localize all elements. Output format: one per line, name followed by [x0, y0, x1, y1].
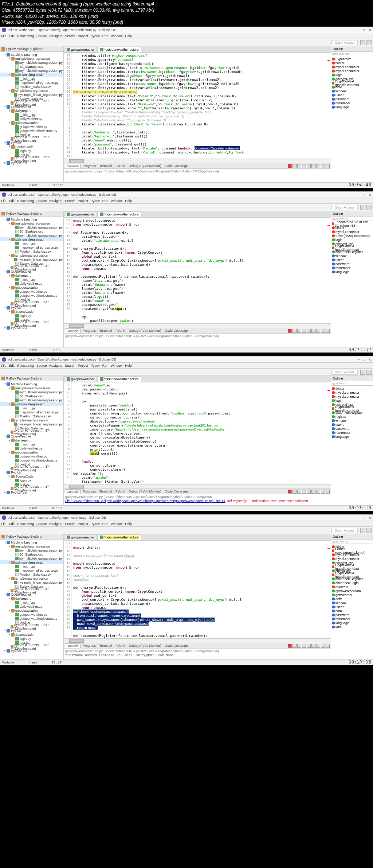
console-tool-icon[interactable] [307, 490, 311, 494]
menu-refactoring[interactable]: Refactoring [17, 199, 34, 203]
menu-search[interactable]: Search [65, 199, 75, 203]
quick-access[interactable]: Quick Access [331, 370, 358, 375]
maximize-icon[interactable]: □ [363, 28, 365, 32]
outline-filter[interactable]: type filter text [331, 381, 373, 386]
menu-edit[interactable]: Edit [9, 199, 15, 203]
quick-access[interactable]: Quick Access [331, 40, 358, 45]
menu-window[interactable]: Window [111, 34, 122, 38]
outline-item[interactable]: requests [332, 585, 372, 589]
tree-item[interactable]: 50_Startups.csv [0, 65, 63, 69]
menu-pydev[interactable]: Pydev [91, 364, 100, 367]
outline-item[interactable]: mysql.connector [332, 390, 372, 394]
console-tab[interactable]: Progress [81, 164, 97, 168]
scroll-thumb[interactable] [69, 485, 84, 489]
console-tool-icon[interactable] [297, 164, 301, 168]
console-tool-icon[interactable] [297, 644, 301, 648]
outline-item[interactable]: password [332, 97, 372, 101]
menu-help[interactable]: Help [125, 34, 132, 38]
tree-item[interactable]: guiopenweather.py [0, 125, 63, 129]
close-icon[interactable]: ✕ [368, 28, 371, 32]
tree-item[interactable]: dailyweather.py [0, 604, 63, 608]
console-tool-icon[interactable] [326, 329, 330, 333]
outline-item[interactable]: mysql.connector [332, 394, 372, 398]
outline-item[interactable]: CryptContext (passlib.context) [332, 565, 372, 569]
console-tab[interactable]: Console [65, 328, 81, 333]
menu-navigate[interactable]: Navigate [50, 522, 63, 526]
tree-item[interactable]: Position_Salaries.csv [0, 249, 63, 253]
tree-item[interactable]: ▾SourceCode [0, 474, 63, 478]
menu-file[interactable]: File [1, 364, 7, 367]
tree-item[interactable]: __init__.py [0, 564, 63, 568]
menu-refactoring[interactable]: Refactoring [17, 522, 34, 526]
tree-item[interactable]: login.py [0, 314, 63, 318]
tree-item[interactable]: ▾Machine Learning [0, 217, 63, 221]
console-output[interactable]: guiopenweatherlecture.py [C:\Users\deade… [64, 169, 331, 182]
tree-item[interactable]: __init__.py [0, 600, 63, 604]
outline-item[interactable]: mysql.connector [332, 557, 372, 561]
tree-item[interactable]: ▾Machine Learning [0, 52, 63, 57]
tree-item[interactable]: mymultiplelinearregression.py [0, 233, 63, 237]
console-tool-icon[interactable] [311, 490, 315, 494]
horizontal-scrollbar[interactable] [64, 159, 331, 163]
close-icon[interactable]: ✕ [368, 516, 371, 520]
console-tab[interactable]: PyUnit [114, 328, 127, 333]
outline-item[interactable]: window [332, 419, 372, 423]
tree-item[interactable]: guiopenweather.py [0, 289, 63, 293]
close-icon[interactable]: ✕ [368, 358, 371, 362]
outline-item[interactable]: dbconnectLogin [332, 581, 372, 585]
outline-item[interactable]: userid [332, 93, 372, 97]
outline-item[interactable]: window [332, 254, 372, 258]
code-editor[interactable]: 27 28 29 30 31 32 33 34 35 36 37 38 39 4… [64, 53, 331, 159]
console-output[interactable]: guiopenweatherlecture.py [C:\Users\deade… [64, 649, 331, 659]
tree-item[interactable]: __init__.py [0, 113, 63, 117]
console-tool-icon[interactable] [321, 164, 325, 168]
tree-item[interactable]: ▾dailyreport [0, 273, 63, 277]
console-tool-icon[interactable] [311, 644, 315, 648]
outline-item[interactable]: openweatherdata [332, 589, 372, 593]
perspective-icon[interactable] [360, 40, 365, 45]
tree-item[interactable]: 50_Startups.csv [0, 552, 63, 556]
editor-tab[interactable]: guiopenweather [64, 47, 97, 52]
outline-item[interactable]: Encountered "=" at line 29, column 68 [332, 222, 372, 226]
tree-item[interactable]: ▾guiopenweather [0, 608, 63, 612]
outline-item[interactable]: password [332, 427, 372, 431]
console-tool-icon[interactable] [316, 490, 320, 494]
console-tool-icon[interactable] [321, 490, 325, 494]
tree-item[interactable]: python (C:\Users ... n37-32\python.exe) [0, 645, 63, 649]
console-tab[interactable]: Debug (PyVmMonitor) [127, 643, 163, 648]
console-tool-icon[interactable] [321, 644, 325, 648]
menu-pydev[interactable]: Pydev [91, 199, 100, 203]
tree-item[interactable]: guiopenweather.py [0, 454, 63, 458]
menu-help[interactable]: Help [125, 364, 132, 367]
menu-help[interactable]: Help [125, 522, 132, 526]
tree-item[interactable]: mypolinomialregression.py [0, 568, 63, 572]
menu-edit[interactable]: Edit [9, 364, 15, 367]
outline-item[interactable]: label [332, 625, 372, 629]
outline-item[interactable]: tkinter [332, 61, 372, 65]
outline-item[interactable]: CryptContext (passlib.context) [332, 81, 372, 85]
tree-item[interactable]: python (C:\Users ... n37-32\python.exe) [0, 322, 63, 326]
outline-item[interactable]: CryptContext (passlib.context) [332, 246, 372, 250]
tree-item[interactable]: python (C:\Users ... n37-32\python.exe) [0, 486, 63, 490]
outline-item[interactable]: remember [332, 266, 372, 270]
outline-filter[interactable]: type filter text [331, 540, 373, 544]
tree-item[interactable]: ▾polinomialregression [0, 560, 63, 564]
menu-run[interactable]: Run [102, 199, 109, 203]
minimize-icon[interactable]: ─ [358, 516, 360, 520]
console-tool-icon[interactable] [316, 329, 320, 333]
tree-item[interactable]: login.py [0, 149, 63, 153]
overview-ruler[interactable] [327, 541, 331, 638]
menu-navigate[interactable]: Navigate [50, 364, 63, 367]
tree-item[interactable]: ▾multiplelinearregression [0, 386, 63, 390]
console-tab[interactable]: Terminal [98, 164, 113, 168]
menu-refactoring[interactable]: Refactoring [17, 364, 34, 367]
terminate-icon[interactable] [288, 490, 292, 494]
maximize-icon[interactable]: □ [363, 193, 365, 197]
outline-item[interactable]: mysql.connector [332, 230, 372, 234]
tree-item[interactable]: python (C:\Users ... n37-32\python.exe) [0, 588, 63, 592]
tree-item[interactable]: 50_Startups.csv [0, 229, 63, 233]
tree-item[interactable]: guiopenweather.py [0, 612, 63, 616]
tree-item[interactable]: python (C:\Users ... n37-32\python.exe) [0, 466, 63, 470]
console-tool-icon[interactable] [321, 329, 325, 333]
outline-item[interactable]: register [332, 414, 372, 419]
